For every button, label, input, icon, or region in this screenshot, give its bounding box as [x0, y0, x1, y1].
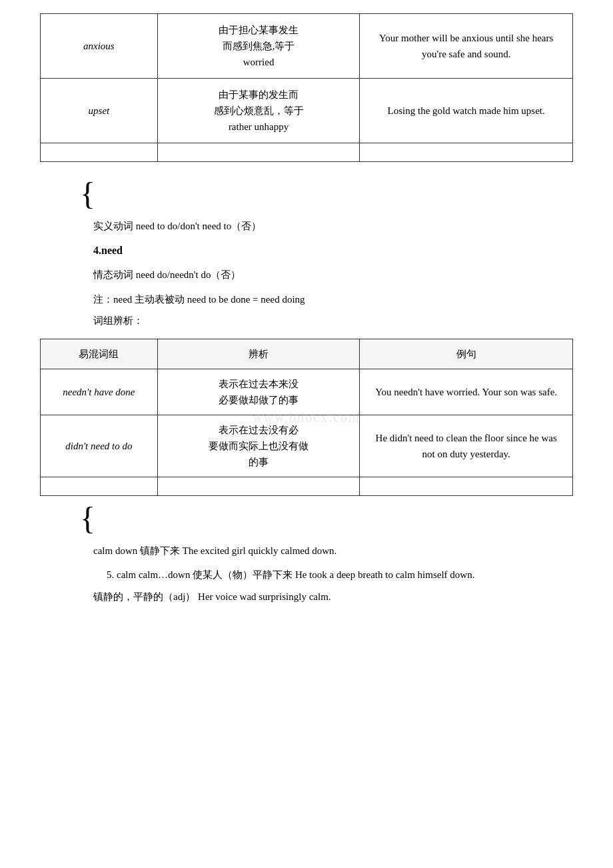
- chinese-cell: 由于某事的发生而 感到心烦意乱，等于 rather unhappy: [157, 79, 360, 143]
- col-header-1: 易混词组: [41, 339, 158, 369]
- word-cell: upset: [41, 79, 158, 143]
- empty-cell: [41, 143, 158, 162]
- calm-adj-line: 镇静的，平静的（adj） Her voice wad surprisingly …: [93, 587, 573, 607]
- section-4-heading: 4.need: [93, 241, 573, 261]
- top-table-wrapper: anxious 由于担心某事发生 而感到焦急,等于 worried Your m…: [40, 13, 573, 162]
- calm-line-1: calm down 镇静下来 The excited girl quickly …: [93, 541, 573, 561]
- word-cell: didn't need to do: [41, 415, 158, 477]
- table-header-row: 易混词组 辨析 例句: [41, 339, 573, 369]
- table-row-empty: [41, 143, 573, 162]
- need-line-2: 情态动词 need do/needn't do（否）: [93, 265, 573, 285]
- empty-cell: [41, 477, 158, 495]
- note-line: 注：need 主动表被动 need to be done = need doin…: [93, 290, 573, 309]
- empty-cell: [157, 477, 360, 495]
- brace-2: {: [80, 503, 573, 535]
- col-header-2: 辨析: [157, 339, 360, 369]
- table-row: anxious 由于担心某事发生 而感到焦急,等于 worried Your m…: [41, 14, 573, 79]
- word-table-wrapper: www.bdocx.com 易混词组 辨析 例句 needn't have do…: [40, 339, 573, 496]
- table-row-empty: [41, 477, 573, 495]
- calm-section-5: 5. calm calm…down 使某人（物）平静下来 He took a d…: [107, 565, 573, 585]
- word-cell: needn't have done: [41, 369, 158, 415]
- need-table: 易混词组 辨析 例句 needn't have done 表示在过去本来没 必要…: [40, 339, 573, 496]
- empty-cell: [360, 477, 573, 495]
- example-cell: Losing the gold watch made him upset.: [360, 79, 573, 143]
- chinese-cell: 表示在过去本来没 必要做却做了的事: [157, 369, 360, 415]
- vocab-label: 词组辨析：: [93, 311, 573, 331]
- empty-cell: [360, 143, 573, 162]
- table-row: didn't need to do 表示在过去没有必 要做而实际上也没有做 的事…: [41, 415, 573, 477]
- chinese-cell: 由于担心某事发生 而感到焦急,等于 worried: [157, 14, 360, 79]
- col-header-3: 例句: [360, 339, 573, 369]
- need-line-1: 实义动词 need to do/don't need to（否）: [93, 217, 573, 236]
- example-cell: He didn't need to clean the floor since …: [360, 415, 573, 477]
- empty-cell: [157, 143, 360, 162]
- example-cell: You needn't have worried. Your son was s…: [360, 369, 573, 415]
- table-row: needn't have done 表示在过去本来没 必要做却做了的事 You …: [41, 369, 573, 415]
- anxious-upset-table: anxious 由于担心某事发生 而感到焦急,等于 worried Your m…: [40, 13, 573, 162]
- brace-1: {: [80, 178, 573, 210]
- example-cell: Your mother will be anxious until she he…: [360, 14, 573, 79]
- table-row: upset 由于某事的发生而 感到心烦意乱，等于 rather unhappy …: [41, 79, 573, 143]
- chinese-cell: 表示在过去没有必 要做而实际上也没有做 的事: [157, 415, 360, 477]
- word-cell: anxious: [41, 14, 158, 79]
